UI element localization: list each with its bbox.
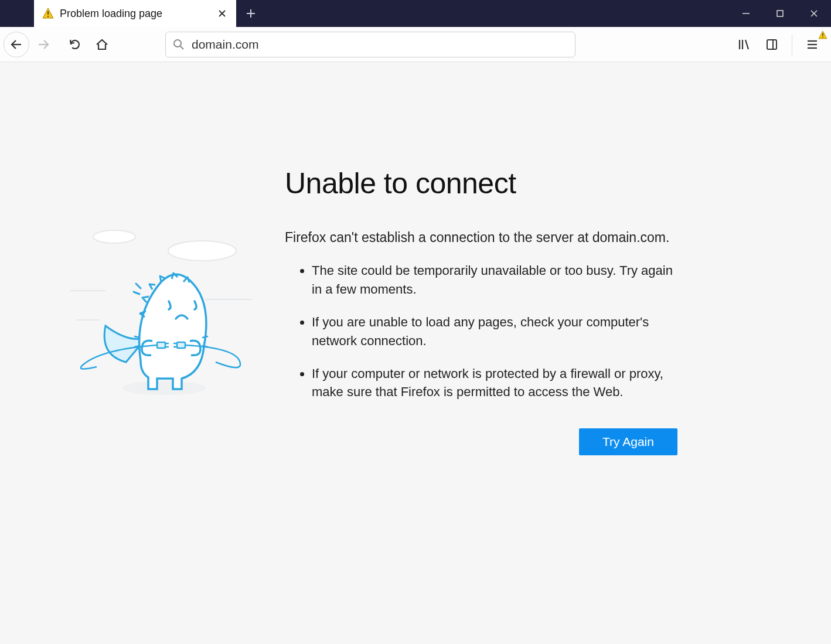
maximize-icon (776, 9, 784, 18)
navigation-toolbar (0, 27, 831, 62)
sidebar-icon (765, 38, 778, 51)
svg-rect-35 (177, 342, 185, 348)
search-icon (173, 39, 185, 50)
arrow-left-icon (10, 38, 23, 51)
new-tab-button[interactable] (236, 0, 265, 27)
back-button[interactable] (4, 32, 29, 57)
svg-point-13 (174, 40, 181, 47)
svg-rect-25 (822, 36, 823, 38)
svg-line-14 (180, 46, 183, 49)
home-button[interactable] (89, 32, 115, 57)
library-icon (737, 38, 750, 51)
svg-rect-24 (822, 33, 823, 36)
library-button[interactable] (731, 32, 757, 57)
warning-badge-icon (818, 30, 827, 40)
svg-rect-8 (777, 11, 783, 16)
browser-tab[interactable]: Problem loading page (34, 0, 236, 27)
svg-rect-18 (767, 40, 776, 49)
close-icon (810, 9, 818, 18)
hamburger-icon (806, 38, 819, 51)
tab-title: Problem loading page (60, 8, 208, 20)
url-input[interactable] (192, 38, 568, 52)
svg-point-31 (122, 381, 206, 395)
error-page: Unable to connect Firefox can't establis… (0, 62, 831, 644)
tab-strip-leading-space (0, 0, 34, 27)
toolbar-separator (792, 34, 792, 55)
window-minimize-button[interactable] (729, 0, 763, 27)
plus-icon (246, 8, 256, 19)
home-icon (96, 38, 108, 51)
close-icon (218, 9, 226, 18)
reload-icon (69, 38, 81, 51)
error-suggestion-item: The site could be temporarily unavailabl… (312, 261, 686, 299)
error-suggestion-item: If you are unable to load any pages, che… (312, 313, 686, 350)
error-suggestion-list: The site could be temporarily unavailabl… (299, 261, 686, 415)
error-title: Unable to connect (285, 166, 516, 200)
sidebar-button[interactable] (759, 32, 785, 57)
svg-rect-1 (47, 11, 49, 15)
window-close-button[interactable] (797, 0, 831, 27)
try-again-button[interactable]: Try Again (579, 428, 677, 455)
arrow-right-icon (37, 38, 50, 51)
error-suggestion-item: If your computer or network is protected… (312, 364, 686, 402)
warning-icon (42, 8, 54, 19)
svg-rect-2 (47, 16, 49, 17)
window-controls (729, 0, 831, 27)
titlebar-drag-region[interactable] (265, 0, 729, 27)
window-maximize-button[interactable] (763, 0, 797, 27)
svg-point-27 (168, 241, 236, 261)
error-subtitle: Firefox can't establish a connection to … (285, 230, 669, 246)
forward-button[interactable] (30, 32, 56, 57)
url-bar[interactable] (165, 32, 575, 57)
tab-close-button[interactable] (214, 5, 230, 22)
titlebar: Problem loading page (0, 0, 831, 27)
minimize-icon (742, 9, 750, 18)
connection-error-illustration (64, 226, 264, 402)
svg-point-26 (93, 230, 135, 243)
svg-line-17 (745, 40, 748, 49)
svg-rect-32 (157, 342, 165, 348)
app-menu-button[interactable] (799, 32, 825, 57)
reload-button[interactable] (62, 32, 88, 57)
